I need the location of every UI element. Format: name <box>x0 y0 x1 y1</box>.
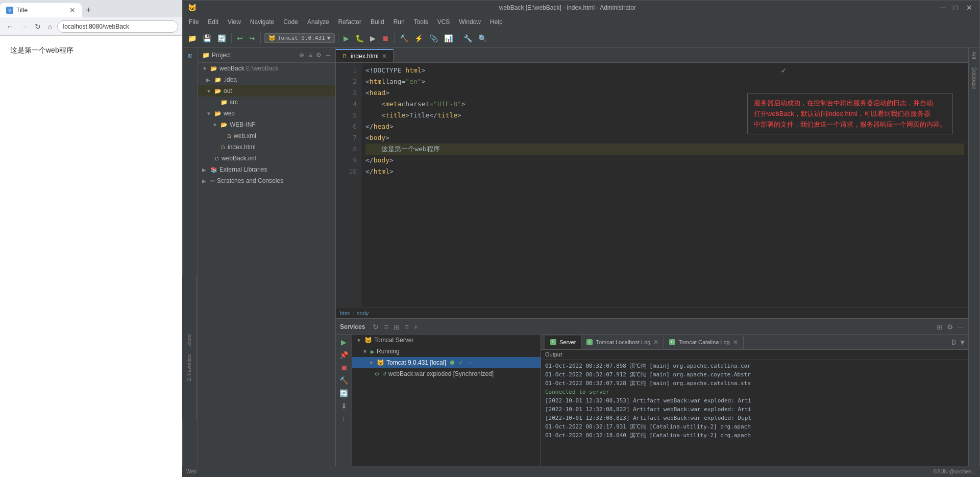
tree-item-idea[interactable]: ▶ 📁 .idea <box>198 74 335 85</box>
services-main: ▶ 📌 ⏹ 🔨 🔄 ⬇ ↑ ▼ 🐱 Tomc <box>336 335 968 476</box>
tab-close-button[interactable]: ✕ <box>69 6 76 14</box>
ide-menubar: File Edit View Navigate Code Analyze Ref… <box>183 15 979 29</box>
stop-button[interactable]: ⏹ <box>380 33 391 43</box>
services-update-button[interactable]: ⬇ <box>338 400 350 412</box>
output-tab-server[interactable]: S Server <box>545 336 581 349</box>
build-button[interactable]: 🔨 <box>398 33 410 43</box>
new-tab-button[interactable]: + <box>82 3 95 17</box>
run-config-selector[interactable]: 🐱 Tomcat 9.0.431 ▼ <box>264 33 335 43</box>
project-gear-icon[interactable]: ⊕ <box>298 52 305 59</box>
output-line: 01-Oct-2022 00:32:18.040 淇℃伅 [Catalina-u… <box>545 431 964 440</box>
menu-run[interactable]: Run <box>389 16 409 28</box>
tab-close-button[interactable]: ✕ <box>733 339 738 346</box>
tree-item-webback-root[interactable]: ▼ 📂 webBack E:\webBack <box>198 63 335 74</box>
tree-item-iml[interactable]: ▶ 🗋 webBack.iml <box>198 153 335 164</box>
tab-close-button[interactable]: ✕ <box>382 53 387 60</box>
project-panel-toggle[interactable]: ◧ <box>185 50 196 61</box>
project-panel: 📁 Project ⊕ ≡ ⚙ ─ ▼ 📂 webBack E:\webBack… <box>198 47 336 476</box>
debug-button[interactable]: 🐛 <box>353 33 366 43</box>
maximize-button[interactable]: □ <box>952 4 960 12</box>
menu-edit[interactable]: Edit <box>204 16 223 28</box>
services-filter2-button[interactable]: ≡ <box>403 323 410 331</box>
output-tab-localhost-log[interactable]: L Tomcat Localhost Log ✕ <box>581 336 664 349</box>
browser-tab[interactable]: V Title ✕ <box>0 3 82 17</box>
project-settings-button[interactable]: ≡ <box>307 52 313 59</box>
close-button[interactable]: ✕ <box>964 4 974 12</box>
services-filter-button[interactable]: ⊞ <box>392 323 401 331</box>
undo-button[interactable]: ↩ <box>235 33 245 43</box>
project-minimize-button[interactable]: ─ <box>325 52 331 59</box>
services-run-all-button[interactable]: ▶ <box>338 337 350 348</box>
run-button[interactable]: ▶ <box>341 33 351 43</box>
forward-button[interactable]: → <box>18 21 30 32</box>
menu-vcs[interactable]: VCS <box>433 16 454 28</box>
tab-index-html[interactable]: 🗋 index.html ✕ <box>336 49 394 62</box>
service-item-tomcat-server[interactable]: ▼ 🐱 Tomcat Server <box>352 335 541 346</box>
profile-button[interactable]: 📊 <box>442 33 455 43</box>
output-dropdown-button[interactable]: D ▼ <box>950 338 966 346</box>
menu-window[interactable]: Window <box>455 16 485 28</box>
services-add-button[interactable]: + <box>412 323 420 331</box>
tree-item-scratches[interactable]: ▶ ✏ Scratches and Consoles <box>198 175 335 186</box>
menu-help[interactable]: Help <box>486 16 507 28</box>
tree-item-webinf[interactable]: ▼ 📂 WEB-INF <box>198 119 335 130</box>
attach-button[interactable]: 📎 <box>427 33 440 43</box>
settings-button[interactable]: 🔧 <box>461 33 474 43</box>
menu-navigate[interactable]: Navigate <box>246 16 278 28</box>
services-options-button[interactable]: ⚙ <box>945 323 955 331</box>
services-rebuild-button[interactable]: 🔨 <box>338 375 350 386</box>
web-panel-toggle[interactable]: Web <box>186 469 197 474</box>
minimize-button[interactable]: ─ <box>939 4 948 12</box>
services-refresh-button[interactable]: ↻ <box>371 323 380 331</box>
menu-view[interactable]: View <box>224 16 245 28</box>
service-item-tomcat-instance[interactable]: ▼ 🐱 Tomcat 9.0.431 [local] ✓ → <box>352 357 541 368</box>
menu-code[interactable]: Code <box>279 16 302 28</box>
back-button[interactable]: ← <box>4 21 15 32</box>
compile-button[interactable]: ⚡ <box>412 33 425 43</box>
service-item-artifact[interactable]: ⚙ ↺ webBack:war exploded [Synchronized] <box>352 368 541 379</box>
save-button[interactable]: 💾 <box>201 33 213 43</box>
tree-label: webBack.iml <box>222 155 256 162</box>
open-button[interactable]: 📁 <box>186 33 199 43</box>
services-minimize-button[interactable]: ─ <box>956 323 964 331</box>
tree-item-indexhtml[interactable]: ▶ 🗋 index.html <box>198 141 335 153</box>
tree-item-src[interactable]: ▶ 📁 src <box>198 97 335 108</box>
services-external-button[interactable]: ⊞ <box>935 323 944 331</box>
services-deploy-button[interactable]: ↑ <box>338 413 350 424</box>
services-restart-button[interactable]: 🔄 <box>338 388 350 399</box>
services-stop-button[interactable]: ⏹ <box>338 362 350 373</box>
output-tab-catalina-log[interactable]: C Tomcat Catalina Log ✕ <box>664 336 743 349</box>
service-item-running[interactable]: ▼ ▶ Running <box>352 346 541 357</box>
breadcrumb-html[interactable]: html <box>340 310 351 316</box>
status-check: ✓ <box>458 360 463 366</box>
tree-item-external-libs[interactable]: ▶ 📚 External Libraries <box>198 164 335 175</box>
redo-button[interactable]: ↪ <box>247 33 257 43</box>
tab-close-button[interactable]: ✕ <box>653 339 658 346</box>
tree-item-out[interactable]: ▼ 📂 out <box>198 85 335 97</box>
reload-button[interactable]: ↻ <box>33 21 43 32</box>
database-panel-toggle[interactable]: Database <box>971 63 977 93</box>
output-panel-controls: D ▼ <box>950 338 968 346</box>
sync-button[interactable]: 🔄 <box>215 33 228 43</box>
services-tree: ▼ 🐱 Tomcat Server ▼ ▶ Running ▼ <box>352 335 541 476</box>
run-with-coverage-button[interactable]: ▶ <box>368 33 378 43</box>
output-line: [2022-10-01 12:32:08,823] Artifact webBa… <box>545 414 964 422</box>
home-button[interactable]: ⌂ <box>46 21 54 32</box>
menu-analyze[interactable]: Analyze <box>303 16 333 28</box>
output-content[interactable]: 01-Oct-2022 00:32:07.898 淇℃伅 [main] org.… <box>541 360 968 476</box>
tree-item-web[interactable]: ▼ 📂 web <box>198 108 335 119</box>
menu-file[interactable]: File <box>185 16 203 28</box>
menu-build[interactable]: Build <box>366 16 388 28</box>
address-bar[interactable] <box>57 20 178 33</box>
tree-item-webxml[interactable]: ▶ 🗋 web.xml <box>198 130 335 141</box>
services-collapse-button[interactable]: ≡ <box>382 323 389 331</box>
project-options-button[interactable]: ⚙ <box>315 52 323 59</box>
breadcrumb-body[interactable]: body <box>356 310 369 316</box>
menu-refactor[interactable]: Refactor <box>334 16 365 28</box>
menu-tools[interactable]: Tools <box>410 16 432 28</box>
favorites-label[interactable]: 2: Favorites <box>186 354 192 381</box>
search-everywhere-button[interactable]: 🔍 <box>476 33 489 43</box>
ant-panel-toggle[interactable]: Ant <box>971 47 977 63</box>
services-pin-button[interactable]: 📌 <box>338 349 350 361</box>
folder-icon: 📂 <box>220 122 228 128</box>
